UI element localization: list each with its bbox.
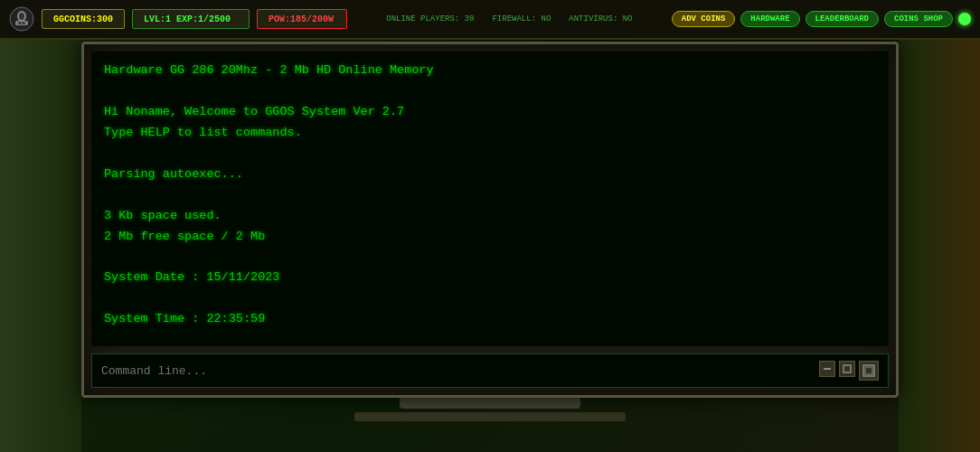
pow-label: POW:185/200W (263, 14, 339, 24)
hardware-button[interactable]: HARDWARE (740, 11, 799, 27)
bg-right-panel (899, 0, 980, 452)
terminal-line-11: System Date : 15/11/2023 (104, 268, 876, 288)
terminal-line-1: Hardware GG 286 20Mhz - 2 Mb HD Online M… (104, 61, 876, 81)
exp-label: LVL:1 EXP:1/2500 (138, 14, 236, 24)
svg-point-5 (17, 23, 19, 24)
stand-top (400, 398, 580, 409)
terminal-line-5 (104, 144, 876, 165)
antivirus-status: ANTIVIRUS: NO (569, 14, 632, 24)
terminal-line-12 (104, 288, 876, 309)
exp-bar: LVL:1 EXP:1/2500 (132, 9, 250, 29)
pow-bar: POW:185/200W (257, 9, 347, 29)
command-bar (91, 353, 889, 388)
terminal-line-13: System Time : 22:35:59 (104, 309, 876, 330)
terminal-line-14 (104, 330, 876, 346)
cmd-btn-3[interactable] (859, 361, 879, 381)
anon-icon (9, 6, 34, 32)
svg-point-2 (19, 13, 24, 20)
square-icon (843, 364, 852, 373)
command-input[interactable] (101, 364, 812, 378)
terminal-line-2 (104, 81, 876, 102)
monitor: Hardware GG 286 20Mhz - 2 Mb HD Online M… (81, 42, 899, 398)
cmd-btn-1[interactable] (819, 361, 835, 377)
top-bar: GGCOINS:300 LVL:1 EXP:1/2500 POW:185/200… (0, 0, 980, 40)
leaderboard-button[interactable]: LEADERBOARD (806, 11, 879, 27)
adv-coins-button[interactable]: ADV COINS (672, 11, 736, 27)
terminal-output: Hardware GG 286 20Mhz - 2 Mb HD Online M… (104, 61, 876, 346)
minus-icon (823, 364, 832, 373)
coins-bar: GGCOINS:300 (42, 9, 125, 29)
online-players: ONLINE PLAYERS: 39 (386, 14, 474, 24)
terminal-line-6: Parsing autoexec... (104, 165, 876, 185)
bg-left-panel (0, 0, 81, 452)
monitor-stand (81, 398, 899, 452)
top-buttons: ADV COINS HARDWARE LEADERBOARD COINS SHO… (672, 11, 971, 27)
terminal-line-3: Hi Noname, Welcome to GGOS System Ver 2.… (104, 102, 876, 123)
terminal-line-7 (104, 185, 876, 206)
svg-point-6 (21, 23, 23, 24)
cmd-btn-2[interactable] (839, 361, 855, 377)
coins-shop-button[interactable]: COINS SHOP (884, 11, 953, 27)
status-dot (958, 13, 971, 25)
firewall-status: FIREWALL: NO (492, 14, 551, 24)
expand-icon (862, 364, 875, 377)
terminal-line-4: Type HELP to list commands. (104, 123, 876, 144)
svg-rect-9 (843, 365, 851, 372)
terminal-line-8: 3 Kb space used. (104, 206, 876, 227)
svg-rect-8 (824, 368, 831, 370)
svg-rect-11 (865, 367, 872, 374)
terminal-line-10 (104, 247, 876, 268)
cmd-buttons (819, 361, 879, 381)
terminal-line-9: 2 Mb free space / 2 Mb (104, 227, 876, 248)
terminal-screen: Hardware GG 286 20Mhz - 2 Mb HD Online M… (91, 52, 889, 346)
svg-point-7 (24, 23, 26, 24)
stand-base (354, 412, 626, 421)
top-info: ONLINE PLAYERS: 39 FIREWALL: NO ANTIVIRU… (354, 14, 664, 24)
coins-label: GGCOINS:300 (48, 14, 118, 24)
